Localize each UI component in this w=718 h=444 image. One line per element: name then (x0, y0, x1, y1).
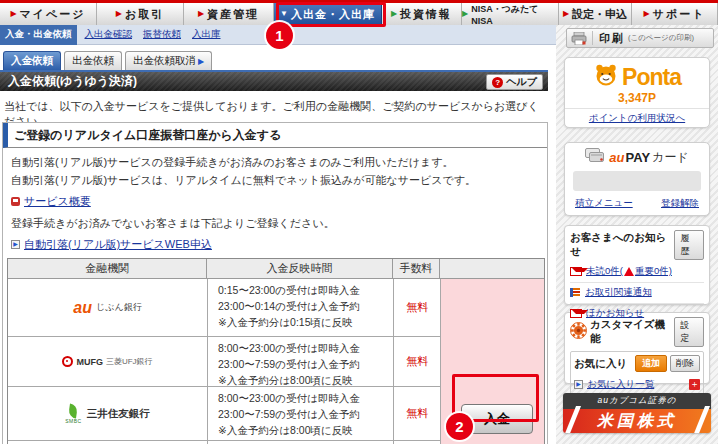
favorites-box: お気に入り 追加 削除 ▶ お気に入り一覧 ＋ (570, 351, 704, 396)
mail-icon (570, 309, 582, 318)
subnav-deposit-withdrawal-request[interactable]: 入金・出金依頼 (0, 25, 77, 45)
time-cell: 8:00〜23:00の受付は即時入金 23:00〜7:59の受付は入金予約 ※入… (208, 337, 394, 386)
tab-deposit-request[interactable]: 入金依頼 (3, 51, 61, 70)
arrow-right-icon: ▶ (563, 9, 569, 18)
ponta-points: 3,347P (565, 91, 709, 105)
mail-icon (570, 267, 582, 276)
fee-cell: 無料 (394, 337, 442, 386)
au-jibun-bank-logo: au (73, 299, 92, 317)
arrow-right-icon: ▶ (198, 57, 204, 66)
nav-settings[interactable]: ▶設定・申込 (559, 3, 632, 25)
aupay-logo: au (609, 150, 624, 165)
tab-withdrawal-cancel[interactable]: 出金依頼取消▶ (125, 51, 212, 70)
time-cell: 0:15〜23:00の受付は即時入金 23:00〜0:14の受付は入金予約 ※入… (208, 279, 394, 336)
nav-support[interactable]: ▶サポート (632, 3, 718, 25)
tab-withdrawal-request[interactable]: 出金依頼 (64, 51, 122, 70)
trade-notice-icon (570, 288, 580, 297)
subnav-securities-transfer[interactable]: 入出庫 (192, 28, 221, 41)
nav-investment-info[interactable]: ▶投資情報 (382, 3, 462, 25)
ponta-mascot-icon (593, 63, 619, 91)
favorites-delete-button[interactable]: 削除 (670, 355, 700, 372)
smbc-logo-icon: SMBC (65, 404, 81, 424)
arrow-box-icon: ▶ (574, 380, 583, 389)
header-action (440, 259, 544, 278)
fee-cell: 無料 (394, 387, 442, 440)
banner-subtitle: auカブコム証券の (563, 393, 711, 409)
warning-icon (624, 267, 634, 276)
section-line2: 自動引落(リアル版)サービスは、リアルタイムに無料でネット振込みが可能なサービス… (11, 173, 539, 188)
ponta-status-link[interactable]: ポイントの利用状況へ (589, 112, 685, 123)
print-button[interactable]: 印刷 (このページの印刷) (566, 28, 714, 48)
subnav-deposit-confirm[interactable]: 入出金確認 (85, 28, 133, 41)
banner-slash-decoration (693, 406, 710, 433)
subnav-transfer-request[interactable]: 振替依頼 (143, 28, 181, 41)
section-line1: 自動引落(リアル版)サービスの登録手続きがお済みのお客さまのみご利用いただけます… (11, 155, 539, 170)
history-button[interactable]: 履歴 (674, 230, 704, 260)
header-reflect-time: 入金反映時間 (207, 259, 392, 278)
banner-title: 米国株式 (597, 411, 677, 432)
favorites-label: お気に入り (574, 357, 635, 371)
unregister-link[interactable]: 登録解除 (661, 197, 699, 210)
nav-trade[interactable]: ▶お取引 (97, 3, 184, 25)
unread-link[interactable]: 未読0件( (586, 265, 623, 278)
aupay-placeholder (573, 171, 701, 191)
annotation-circle-step1: 1 (266, 22, 293, 49)
web-apply-link[interactable]: 自動引落(リアル版)サービスWEB申込 (24, 237, 212, 252)
web-apply-row: ▶ 自動引落(リアル版)サービスWEB申込 (11, 237, 539, 252)
bank-cell-jibun: au じぶん銀行 (8, 279, 208, 336)
ponta-status-row: ポイントの利用状況へ (565, 108, 709, 125)
nav-nisa[interactable]: ▶NISA・つみたてNISA (462, 3, 559, 25)
nav-deposit-withdrawal[interactable]: ▼入出金・入出庫 (274, 3, 382, 25)
arrow-right-icon: ▶ (462, 9, 468, 18)
aupay-card: au PAY カード 積立メニュー 登録解除 (564, 142, 710, 216)
table-header-row: 金融機関 入金反映時間 手数料 (8, 259, 544, 279)
tsumitate-menu-link[interactable]: 積立メニュー (575, 197, 633, 210)
header-bank: 金融機関 (8, 259, 207, 278)
arrow-right-icon: ▶ (198, 9, 204, 18)
customize-panel: カスタマイズ機能 設定 お気に入り 追加 削除 ▶ お気に入り一覧 ＋ (564, 312, 710, 384)
favorites-add-button[interactable]: 追加 (635, 355, 667, 372)
help-button[interactable]: ? ヘルプ (486, 74, 543, 90)
page-title-bar: 入金依頼(ゆうゆう決済) ? ヘルプ (0, 70, 548, 91)
mufg-logo-icon (62, 356, 73, 367)
main-content: 入金依頼 出金依頼 出金依頼取消▶ 入金依頼(ゆうゆう決済) ? ヘルプ 当社で… (0, 50, 548, 129)
top-navigation: ▶マイページ ▶お取引 ▶資産管理 ▼入出金・入出庫 ▶投資情報 ▶NISA・つ… (0, 0, 718, 25)
arrow-down-icon: ▼ (280, 9, 288, 18)
settings-button[interactable]: 設定 (674, 317, 704, 347)
section-line3: 登録手続きがお済みでないお客さまは下記よりご登録ください。 (11, 216, 539, 231)
nav-mypage[interactable]: ▶マイページ (0, 3, 97, 25)
realtime-transfer-section: ご登録のリアルタイム口座振替口座から入金する 自動引落(リアル版)サービスの登録… (2, 122, 548, 444)
arrow-right-icon: ▶ (644, 9, 650, 18)
us-stocks-banner[interactable]: auカブコム証券の 米国株式 (563, 393, 711, 433)
trade-notice-row: お取引関連通知 (570, 282, 704, 299)
gear-icon (570, 322, 587, 343)
arrow-right-icon: ▶ (116, 9, 122, 18)
help-icon: ? (492, 77, 503, 88)
annotation-circle-step2: 2 (446, 413, 473, 440)
nav-assets[interactable]: ▶資産管理 (184, 3, 274, 25)
external-window-icon (11, 197, 20, 206)
unread-notice-row: 未読0件( 重要0件) (570, 265, 704, 278)
trade-notice-link[interactable]: お取引関連通知 (585, 286, 652, 299)
ponta-card: Ponta 3,347P ポイントの利用状況へ (564, 57, 710, 128)
notice-panel: お客さまへのお知らせ 履歴 未読0件( 重要0件) お取引関連通知 ほかお知らせ (564, 225, 710, 305)
service-overview-link[interactable]: サービス概要 (24, 194, 91, 209)
tab-bar: 入金依頼 出金依頼 出金依頼取消▶ (0, 50, 548, 70)
notice-title: お客さまへのお知らせ (570, 231, 674, 259)
header-fee: 手数料 (393, 259, 441, 278)
printer-icon (571, 31, 593, 45)
section-heading: ご登録のリアルタイム口座振替口座から入金する (3, 123, 547, 148)
sidebar: 印刷 (このページの印刷) Ponta 3,347P ポイントの利用状況へ au (556, 25, 718, 444)
page-title: 入金依頼(ゆうゆう決済) (8, 73, 137, 90)
credit-card-icon (585, 148, 605, 166)
plus-icon[interactable]: ＋ (689, 379, 700, 390)
customize-title: カスタマイズ機能 (590, 318, 674, 346)
bank-cell-mufg: MUFG 三菱UFJ銀行 (8, 337, 208, 386)
favorites-list-link[interactable]: お気に入り一覧 (587, 378, 654, 391)
fee-cell: 無料 (394, 279, 442, 336)
app-window: ▶マイページ ▶お取引 ▶資産管理 ▼入出金・入出庫 ▶投資情報 ▶NISA・つ… (0, 0, 718, 444)
banner-slash-decoration (564, 406, 581, 433)
ponta-logo: Ponta (622, 64, 681, 91)
arrow-box-icon: ▶ (11, 240, 20, 249)
service-overview-row: サービス概要 (11, 194, 539, 209)
